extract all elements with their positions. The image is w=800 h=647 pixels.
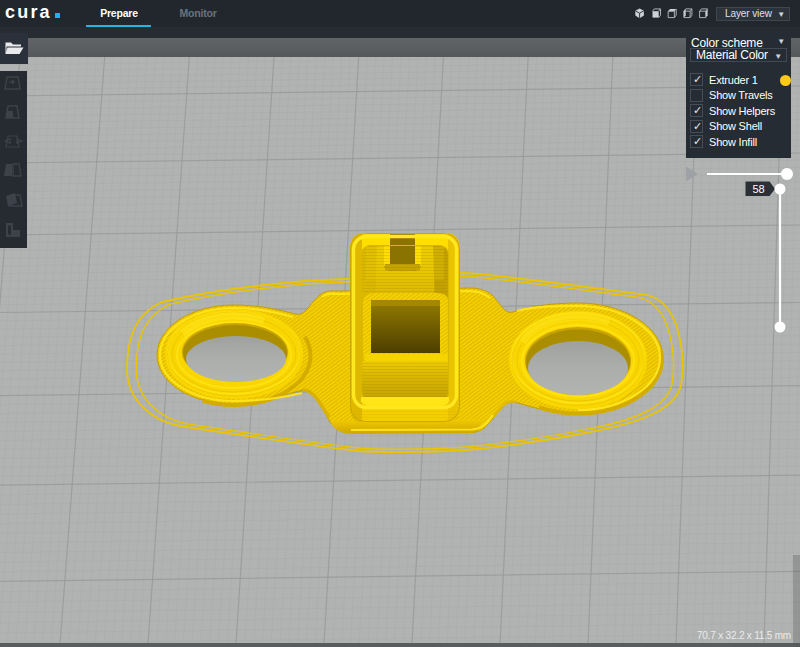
svg-text:58: 58 (753, 183, 765, 195)
